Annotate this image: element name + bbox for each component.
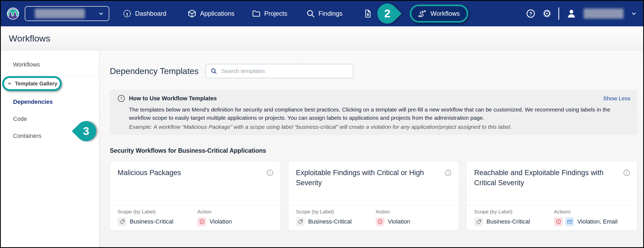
- show-less-link[interactable]: Show Less: [603, 95, 630, 102]
- section-title: Security Workflows for Business-Critical…: [110, 147, 637, 154]
- search-input[interactable]: [221, 68, 349, 75]
- nav-item-dashboard[interactable]: Dashboard: [123, 9, 166, 18]
- nav-item-label: Projects: [264, 10, 287, 17]
- violation-shield-icon: [197, 217, 206, 226]
- action-label: Action: [376, 209, 410, 215]
- how-to-info-box: ? How to Use Workflow Templates Show Les…: [110, 90, 637, 135]
- info-icon[interactable]: [623, 169, 630, 176]
- info-box-example: Example: A workflow “Malicious Package” …: [129, 124, 630, 130]
- nav-item-label: Workflows: [430, 10, 460, 17]
- sidebar: Workflows Template Gallery Dependencies …: [1, 51, 99, 247]
- card-header: Exploitable Findings with Critical or Hi…: [288, 161, 459, 205]
- action-value: Violation: [210, 218, 232, 225]
- info-box-body: The templates below are Mend's definitio…: [129, 105, 629, 122]
- info-icon[interactable]: [266, 169, 274, 176]
- chevron-up-icon: [7, 81, 12, 86]
- card-header: Reachable and Exploitable Findings with …: [467, 161, 637, 205]
- email-icon: [565, 217, 574, 226]
- nav-right-cluster: ? ⚙: [526, 1, 637, 26]
- page-header: Workflows: [1, 26, 643, 50]
- scope-value: Business-Critical: [486, 218, 530, 225]
- svg-text:?: ?: [529, 11, 532, 16]
- template-card-reachable-exploitable[interactable]: Reachable and Exploitable Findings with …: [466, 161, 637, 231]
- mend-logo-icon: [7, 7, 19, 20]
- findings-search-icon: [306, 9, 315, 18]
- sidebar-item-workflows[interactable]: Workflows: [13, 61, 99, 68]
- tag-icon: [296, 217, 305, 226]
- workflows-icon: [418, 9, 427, 18]
- main-panel: Dependency Templates ? How to Use Workfl…: [99, 51, 643, 247]
- svg-text:?: ?: [120, 96, 122, 101]
- annotation-step-3-number: 3: [83, 125, 89, 138]
- org-name-redacted: [35, 9, 85, 18]
- help-icon[interactable]: ?: [526, 9, 536, 18]
- projects-folder-icon: [252, 9, 261, 18]
- tag-icon: [118, 217, 127, 226]
- org-selector-dropdown[interactable]: [25, 6, 109, 21]
- page-title: Workflows: [9, 33, 50, 44]
- scope-label: Scope (by Label): [474, 209, 554, 215]
- card-header: Malicious Packages: [110, 161, 281, 205]
- nav-item-projects[interactable]: Projects: [252, 9, 287, 18]
- scope-label: Scope (by Label): [296, 209, 376, 215]
- annotation-step-2-number: 2: [384, 7, 390, 20]
- template-card-malicious-packages[interactable]: Malicious Packages Scope (by Label): [110, 161, 281, 231]
- scope-value: Business-Critical: [308, 218, 352, 225]
- chevron-down-icon[interactable]: [630, 10, 637, 17]
- violation-shield-icon: [554, 217, 563, 226]
- card-title: Exploitable Findings with Critical or Hi…: [296, 168, 437, 205]
- search-templates-box: [206, 64, 353, 78]
- sidebar-item-template-gallery[interactable]: Template Gallery: [2, 76, 62, 91]
- applications-icon: [187, 9, 196, 18]
- import-report-icon[interactable]: [363, 9, 372, 18]
- nav-item-findings[interactable]: Findings: [306, 9, 343, 18]
- help-circle-icon: ?: [117, 94, 125, 102]
- card-title: Reachable and Exploitable Findings with …: [474, 168, 615, 205]
- scope-value: Business-Critical: [130, 218, 173, 225]
- top-navigation: Dashboard Applications Projects Findings: [1, 1, 643, 26]
- annotation-step-2: 2: [373, 0, 402, 28]
- info-box-title: How to Use Workflow Templates: [129, 95, 217, 102]
- user-avatar-icon[interactable]: [566, 8, 577, 19]
- search-icon: [210, 68, 217, 75]
- action-value: Violation: [388, 218, 410, 225]
- settings-gear-icon[interactable]: ⚙: [542, 9, 551, 19]
- sidebar-item-dependencies[interactable]: Dependencies: [13, 98, 99, 105]
- card-footer: Scope (by Label) Business-Critical: [467, 205, 637, 230]
- sidebar-divider: [1, 75, 99, 75]
- dashboard-icon: [123, 9, 132, 18]
- card-title: Malicious Packages: [118, 168, 181, 205]
- template-card-exploitable-findings[interactable]: Exploitable Findings with Critical or Hi…: [288, 161, 459, 231]
- main-title: Dependency Templates: [110, 66, 199, 76]
- info-box-header: ? How to Use Workflow Templates Show Les…: [117, 94, 630, 102]
- action-label: Action: [197, 209, 232, 215]
- username-redacted: [584, 9, 624, 19]
- violation-shield-icon: [376, 217, 385, 226]
- nav-item-label: Dashboard: [135, 10, 166, 17]
- app-window: Dashboard Applications Projects Findings: [0, 0, 644, 248]
- card-footer: Scope (by Label) Business-Critical: [288, 205, 459, 230]
- actions-label: Actions: [554, 209, 617, 215]
- info-icon[interactable]: [445, 169, 452, 176]
- mend-logo[interactable]: [7, 7, 19, 20]
- nav-item-label: Applications: [200, 10, 234, 17]
- actions-value: Violation, Email: [577, 218, 617, 225]
- nav-item-workflows[interactable]: Workflows: [410, 5, 468, 23]
- nav-divider: [558, 7, 559, 20]
- card-footer: Scope (by Label) Business-Critical: [110, 205, 281, 230]
- nav-item-applications[interactable]: Applications: [187, 9, 234, 18]
- main-title-row: Dependency Templates: [110, 64, 637, 78]
- template-cards-row: Malicious Packages Scope (by Label): [110, 161, 637, 231]
- tag-icon: [474, 217, 483, 226]
- nav-item-label: Findings: [319, 10, 343, 17]
- sidebar-item-label: Template Gallery: [15, 81, 57, 87]
- content-area: Workflows Template Gallery Dependencies …: [1, 50, 643, 247]
- chevron-down-icon: [98, 10, 104, 17]
- scope-label: Scope (by Label): [118, 209, 197, 215]
